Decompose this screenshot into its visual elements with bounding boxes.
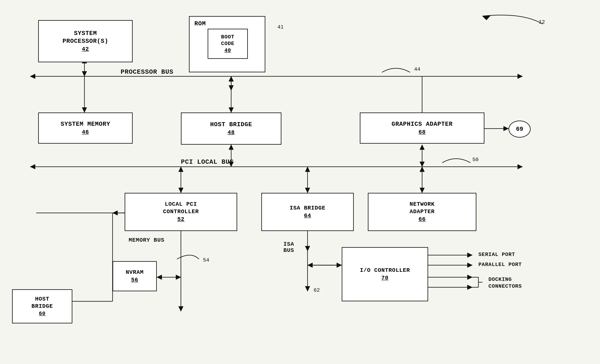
svg-marker-31	[305, 188, 310, 193]
isa-bridge-box: ISA BRIDGE 64	[261, 193, 354, 231]
svg-marker-28	[178, 188, 183, 193]
io-controller-num: 70	[381, 274, 389, 282]
svg-marker-33	[420, 167, 424, 172]
nvram-num: 56	[131, 276, 138, 284]
svg-marker-4	[30, 164, 35, 169]
host-bridge-48-num: 48	[227, 129, 235, 136]
network-adapter-num: 66	[419, 216, 426, 223]
ref-50: 50	[472, 157, 478, 163]
svg-marker-41	[178, 306, 183, 311]
local-pci-num: 52	[177, 216, 185, 223]
svg-marker-5	[518, 164, 523, 169]
svg-marker-16	[229, 108, 234, 112]
docking-connectors-label: DOCKING CONNECTORS	[488, 276, 522, 290]
graphics-adapter-num: 68	[419, 128, 426, 136]
svg-marker-36	[305, 246, 310, 251]
io-controller-label: I/O CONTROLLER	[360, 267, 410, 274]
ref-41: 41	[277, 24, 284, 30]
parallel-port-label: PARALLEL PORT	[478, 262, 522, 268]
svg-marker-30	[305, 167, 310, 172]
isa-bridge-label: ISA BRIDGE	[290, 204, 325, 212]
isa-bridge-num: 64	[304, 212, 311, 219]
svg-marker-43	[157, 275, 162, 280]
svg-marker-57	[467, 275, 472, 280]
host-bridge-60-label: HOST BRIDGE	[32, 295, 53, 310]
nvram-box: NVRAM 56	[112, 261, 157, 291]
pci-local-bus-label: PCI LOCAL BUS	[181, 158, 234, 166]
svg-marker-27	[178, 167, 183, 172]
boot-code-label: BOOT CODE	[221, 34, 234, 47]
svg-marker-8	[82, 71, 87, 76]
nvram-label: NVRAM	[126, 269, 143, 276]
svg-marker-22	[420, 145, 424, 150]
ref-62: 62	[314, 287, 320, 293]
svg-marker-50	[112, 210, 118, 215]
svg-marker-10	[229, 76, 234, 81]
host-bridge-60-box: HOST BRIDGE 60	[12, 289, 72, 323]
local-pci-label: LOCAL PCI CONTROLLER	[163, 201, 199, 215]
memory-bus-label: MEMORY BUS	[129, 237, 164, 243]
svg-marker-39	[308, 263, 313, 268]
network-adapter-label: NETWORK ADAPTER	[410, 201, 435, 215]
system-processor-label: SYSTEM PROCESSOR(S)	[63, 29, 108, 45]
svg-marker-23	[420, 162, 424, 167]
svg-marker-15	[229, 76, 234, 81]
host-bridge-48-box: HOST BRIDGE 48	[181, 112, 281, 145]
oval-69: 69	[508, 120, 531, 138]
svg-marker-18	[229, 145, 234, 150]
svg-marker-44	[176, 275, 181, 280]
svg-marker-38	[337, 263, 342, 268]
system-memory-label: SYSTEM MEMORY	[60, 120, 110, 128]
isa-bus-label: ISA BUS	[283, 241, 294, 254]
svg-marker-11	[229, 85, 234, 91]
system-processor-num: 42	[82, 46, 89, 53]
processor-bus-label: PROCESSOR BUS	[121, 68, 173, 76]
network-adapter-box: NETWORK ADAPTER 66	[368, 193, 476, 231]
boot-code-box: BOOT CODE 40	[208, 29, 248, 59]
svg-marker-51	[482, 16, 490, 20]
ref-44: 44	[414, 66, 420, 72]
graphics-adapter-box: GRAPHICS ADAPTER 68	[360, 112, 484, 144]
svg-marker-25	[504, 126, 508, 131]
host-bridge-48-label: HOST BRIDGE	[210, 121, 252, 128]
ref-54: 54	[203, 257, 209, 263]
svg-marker-53	[467, 253, 472, 257]
boot-code-num: 40	[224, 47, 231, 54]
local-pci-box: LOCAL PCI CONTROLLER 52	[125, 193, 237, 231]
svg-marker-1	[30, 74, 35, 79]
svg-marker-13	[82, 108, 87, 112]
svg-marker-59	[467, 285, 472, 290]
serial-port-label: SERIAL PORT	[478, 252, 515, 257]
ref-12: 12	[539, 19, 545, 25]
system-memory-box: SYSTEM MEMORY 46	[38, 112, 133, 144]
oval-69-num: 69	[516, 126, 523, 133]
svg-marker-61	[305, 286, 310, 291]
system-memory-num: 46	[82, 128, 89, 136]
rom-label: ROM	[194, 20, 206, 28]
io-controller-box: I/O CONTROLLER 70	[342, 247, 428, 301]
host-bridge-60-num: 60	[39, 310, 46, 317]
svg-marker-34	[420, 188, 424, 193]
graphics-adapter-label: GRAPHICS ADAPTER	[392, 120, 453, 128]
rom-box: ROM BOOT CODE 40	[189, 16, 265, 72]
system-processor-box: SYSTEM PROCESSOR(S) 42	[38, 20, 133, 62]
svg-marker-2	[518, 74, 523, 79]
svg-marker-55	[467, 263, 472, 268]
